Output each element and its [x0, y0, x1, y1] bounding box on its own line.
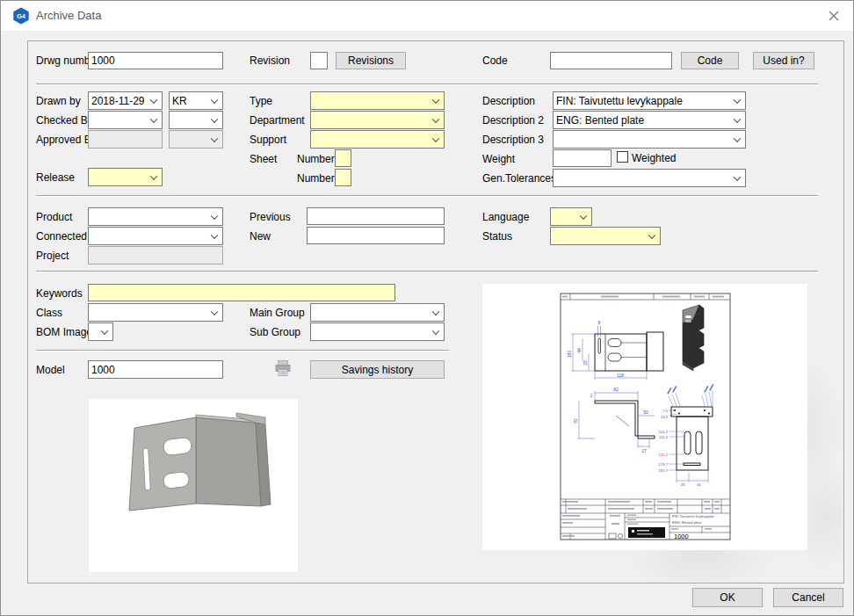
chevron-down-icon	[211, 96, 218, 103]
chevron-down-icon	[734, 115, 741, 122]
sheet-number2-field[interactable]	[335, 169, 351, 186]
code-button[interactable]: Code	[681, 52, 739, 69]
language-combo[interactable]	[550, 207, 592, 226]
model-field[interactable]: 1000	[88, 360, 223, 379]
main-group-label: Main Group	[250, 307, 305, 319]
chevron-down-icon	[734, 96, 741, 103]
description-combo[interactable]: FIN: Taivutettu levykappale	[553, 91, 746, 110]
separator	[36, 271, 818, 272]
drawing-sheet-number: 1000	[674, 533, 689, 540]
bom-image-label: BOM Image	[36, 326, 92, 338]
checked-date-combo[interactable]	[88, 111, 163, 129]
weighted-label: Weighted	[632, 152, 676, 164]
chevron-down-icon	[432, 115, 439, 122]
drawn-date-value: 2018-11-29	[91, 95, 145, 107]
weighted-checkbox[interactable]	[617, 151, 628, 163]
drawn-initials-combo[interactable]: KR	[169, 91, 223, 110]
ok-button[interactable]: OK	[692, 588, 763, 607]
new-label: New	[250, 230, 271, 243]
product-label: Product	[36, 211, 72, 223]
revision-label: Revision	[250, 54, 290, 67]
dim-f3: 101.2	[659, 430, 669, 434]
checked-by-label: Checked By	[36, 114, 93, 127]
drwg-number-field[interactable]: 1000	[88, 52, 223, 69]
support-label: Support	[250, 134, 286, 146]
new-field[interactable]	[307, 227, 445, 244]
model-label: Model	[36, 364, 65, 376]
type-label: Type	[250, 95, 272, 107]
separator	[36, 350, 449, 351]
status-label: Status	[482, 230, 512, 243]
dim-b2: 44	[697, 482, 701, 487]
drawing-eng-title: ENG: Bented plate	[672, 520, 702, 525]
revisions-button[interactable]: Revisions	[336, 52, 406, 69]
class-label: Class	[36, 307, 62, 319]
sheet-number2-label: Number	[297, 172, 335, 185]
dim-slot-offset: 28	[583, 360, 588, 366]
drawn-by-label: Drawn by	[36, 95, 81, 107]
product-combo[interactable]	[88, 207, 223, 226]
svg-text:G4: G4	[17, 12, 26, 20]
archive-data-dialog: G4 Archive Data Drwg number 1000 Revisio…	[0, 0, 854, 616]
sheet-number-label: Number	[297, 153, 335, 165]
drawing-fin-title: FIN: Taivutettu levykappale	[672, 514, 715, 518]
isometric-view	[683, 305, 704, 371]
approved-initials-combo	[169, 130, 223, 149]
chevron-down-icon	[734, 173, 741, 180]
title-bar: G4 Archive Data	[1, 1, 853, 31]
printer-icon[interactable]	[273, 359, 293, 378]
chevron-down-icon	[150, 96, 157, 103]
description-value: FIN: Taivutettu levykappale	[556, 95, 683, 107]
weight-label: Weight	[482, 153, 515, 165]
department-label: Department	[250, 114, 305, 127]
approved-date-field	[88, 130, 163, 149]
description3-combo[interactable]	[553, 130, 746, 149]
department-combo[interactable]	[310, 111, 445, 129]
used-in-button[interactable]: Used in?	[753, 52, 814, 69]
dim-f1: 7.5	[662, 409, 668, 413]
type-combo[interactable]	[310, 91, 445, 110]
dim-side-top: 82	[613, 387, 619, 392]
dim-side-foot: 17	[641, 448, 647, 453]
chevron-down-icon	[150, 172, 157, 179]
app-icon: G4	[12, 7, 30, 25]
chevron-down-icon	[580, 212, 587, 219]
revision-field[interactable]	[310, 52, 328, 69]
model-3d-preview-card	[89, 399, 298, 572]
dim-side-step: 50	[643, 409, 648, 415]
previous-field[interactable]	[307, 207, 445, 225]
status-combo[interactable]	[550, 227, 661, 245]
connected-to-combo[interactable]	[88, 227, 223, 245]
support-combo[interactable]	[310, 130, 445, 149]
class-combo[interactable]	[88, 303, 223, 322]
separator	[36, 83, 818, 85]
weight-field[interactable]	[553, 149, 612, 167]
separator	[36, 195, 818, 197]
chevron-down-icon	[211, 231, 218, 238]
chevron-down-icon	[211, 308, 218, 315]
bom-image-combo[interactable]	[88, 322, 113, 341]
dim-f4: 111.2	[659, 435, 669, 439]
gen-tolerances-combo[interactable]	[553, 169, 746, 187]
dim-f2: 24.5	[661, 415, 669, 419]
sub-group-label: Sub Group	[250, 326, 300, 338]
code-field[interactable]	[550, 52, 672, 69]
drawn-date-combo[interactable]: 2018-11-29	[88, 91, 163, 110]
dim-height: 180	[567, 351, 572, 359]
project-field	[88, 246, 223, 265]
keywords-field[interactable]	[88, 284, 395, 301]
checked-initials-combo[interactable]	[169, 111, 223, 129]
release-combo[interactable]	[88, 168, 163, 186]
release-label: Release	[36, 171, 75, 184]
chevron-down-icon	[432, 327, 439, 334]
description2-combo[interactable]: ENG: Bented plate	[553, 111, 746, 129]
cancel-button[interactable]: Cancel	[773, 588, 843, 607]
sheet-number-field[interactable]	[335, 149, 351, 167]
main-group-combo[interactable]	[310, 303, 445, 322]
drawn-initials-value: KR	[172, 95, 187, 107]
chevron-down-icon	[432, 308, 439, 315]
sheet-label: Sheet	[250, 153, 277, 165]
close-button[interactable]	[820, 4, 848, 27]
savings-history-button[interactable]: Savings history	[310, 360, 445, 379]
sub-group-combo[interactable]	[310, 322, 445, 341]
